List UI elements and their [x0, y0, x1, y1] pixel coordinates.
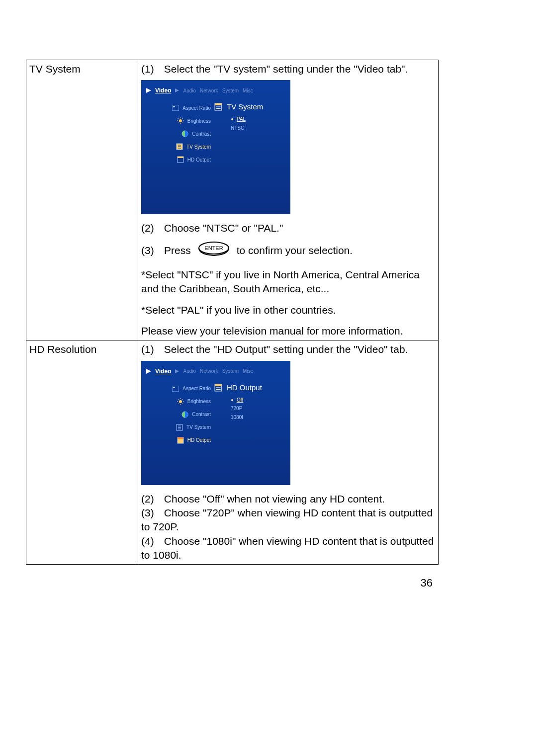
step-text-post: to confirm your selection.: [237, 244, 353, 257]
svg-line-11: [178, 123, 179, 124]
screenshot-options: PAL NTSC: [231, 116, 246, 131]
play-icon: [146, 369, 151, 374]
sidemenu-item: TV System: [150, 423, 211, 431]
step-text: Select the "TV system" setting under the…: [164, 63, 408, 75]
tab-item: Misc: [243, 87, 253, 94]
svg-line-37: [178, 403, 179, 404]
sidemenu-label: Contrast: [192, 411, 211, 418]
play-icon: [175, 88, 179, 92]
svg-line-9: [178, 118, 179, 119]
setting-label: TV System: [29, 63, 81, 75]
sidemenu-label: Aspect Ratio: [182, 385, 211, 392]
tab-item: Misc: [243, 368, 253, 375]
sidemenu-label: Brightness: [187, 118, 211, 125]
tv-system-icon: [176, 423, 183, 431]
step-line: (1) Select the "HD Output" setting under…: [141, 342, 435, 356]
tab-item: System: [222, 368, 239, 375]
svg-marker-26: [146, 369, 151, 374]
tab-video: Video: [155, 86, 171, 94]
step-text: Choose "Off" when not viewing any HD con…: [164, 493, 385, 504]
step-number: (1): [141, 62, 161, 76]
sidemenu-item: Brightness: [150, 117, 211, 125]
svg-rect-45: [178, 437, 183, 439]
step-line: (4) Choose "1080i" when viewing HD conte…: [141, 534, 435, 563]
svg-rect-47: [215, 384, 222, 386]
step-line: (1) Select the "TV system" setting under…: [141, 62, 435, 76]
brightness-icon: [177, 398, 184, 406]
setting-label-cell: HD Resolution: [26, 340, 138, 565]
svg-point-24: [231, 118, 233, 120]
tab-item: Network: [200, 87, 218, 94]
sidemenu-label: Aspect Ratio: [182, 105, 211, 112]
step-number: (3): [141, 506, 161, 520]
sidemenu-label: Contrast: [192, 131, 211, 138]
tab-item: System: [222, 87, 239, 94]
step-text-pre: Press: [164, 244, 191, 257]
screenshot-panel-title: HD Output: [214, 383, 262, 393]
step-number: (2): [141, 492, 161, 506]
sidemenu-item: HD Output: [150, 436, 211, 444]
step-number: (1): [141, 342, 161, 356]
step-text: Select the "HD Output" setting under the…: [164, 343, 408, 355]
option-item: Off: [231, 397, 243, 404]
bullet-icon: [231, 118, 234, 121]
step-number: (4): [141, 534, 161, 548]
svg-line-10: [182, 123, 183, 124]
screenshot-sidemenu: Aspect Ratio Brightness Contrast: [150, 104, 211, 164]
tab-item: Audio: [183, 87, 196, 94]
svg-marker-27: [175, 369, 179, 373]
hd-output-icon: [177, 156, 184, 164]
setting-content-cell: (1) Select the "HD Output" setting under…: [138, 340, 439, 565]
table-row: TV System (1) Select the "TV system" set…: [26, 60, 439, 340]
sidemenu-label: TV System: [186, 424, 211, 431]
svg-point-50: [231, 399, 233, 401]
option-item: 1080I: [231, 414, 243, 421]
svg-rect-19: [178, 157, 183, 158]
sidemenu-label: HD Output: [187, 437, 211, 444]
step-text: Choose "720P" when viewing HD content th…: [141, 507, 433, 532]
brightness-icon: [177, 117, 184, 125]
screenshot-panel-title: TV System: [214, 102, 263, 112]
svg-rect-2: [172, 105, 179, 111]
sidemenu-item: Brightness: [150, 398, 211, 406]
tab-item: Audio: [183, 368, 196, 375]
list-icon: [214, 383, 223, 392]
option-label: PAL: [237, 116, 246, 123]
step-line: (3) Press ENTER to confirm your selectio…: [141, 241, 435, 261]
enter-button-graphic: ENTER: [196, 241, 232, 261]
play-icon: [175, 369, 179, 373]
step-number: (2): [141, 221, 161, 235]
panel-title-text: HD Output: [227, 383, 262, 393]
option-item: PAL: [231, 116, 246, 123]
svg-rect-28: [172, 386, 179, 392]
option-label: 720P: [231, 405, 242, 412]
contrast-icon: [181, 411, 189, 419]
sidemenu-label: TV System: [186, 144, 211, 151]
note-text: Please view your television manual for m…: [141, 324, 435, 338]
svg-marker-1: [175, 88, 179, 92]
option-item: NTSC: [231, 125, 246, 132]
setting-label: HD Resolution: [29, 343, 96, 355]
sidemenu-item: Contrast: [150, 411, 211, 419]
enter-button-label: ENTER: [204, 245, 223, 251]
option-item: 720P: [231, 405, 243, 412]
step-text: Choose "1080i" when viewing HD content t…: [141, 535, 434, 561]
step-number: (3): [141, 244, 161, 257]
step-line: (3) Choose "720P" when viewing HD conten…: [141, 506, 435, 534]
option-label: 1080I: [231, 414, 243, 421]
table-row: HD Resolution (1) Select the "HD Output"…: [26, 340, 439, 565]
aspect-ratio-icon: [172, 385, 179, 393]
tv-system-screenshot: Video Audio Network System Misc Aspect R…: [141, 80, 290, 214]
tab-item: Network: [200, 368, 218, 375]
step-line: (2) Choose "Off" when not viewing any HD…: [141, 492, 435, 506]
play-icon: [146, 88, 151, 93]
screenshot-tabbar: Video Audio Network System Misc: [146, 85, 285, 96]
aspect-ratio-icon: [172, 104, 179, 112]
svg-point-4: [179, 119, 182, 122]
option-label: Off: [237, 397, 243, 404]
svg-line-35: [178, 399, 179, 400]
hd-output-icon: [177, 436, 184, 444]
panel-title-text: TV System: [227, 102, 263, 112]
step-line: (2) Choose "NTSC" or "PAL.": [141, 221, 435, 235]
note-text: *Select "PAL" if you live in other count…: [141, 303, 435, 317]
